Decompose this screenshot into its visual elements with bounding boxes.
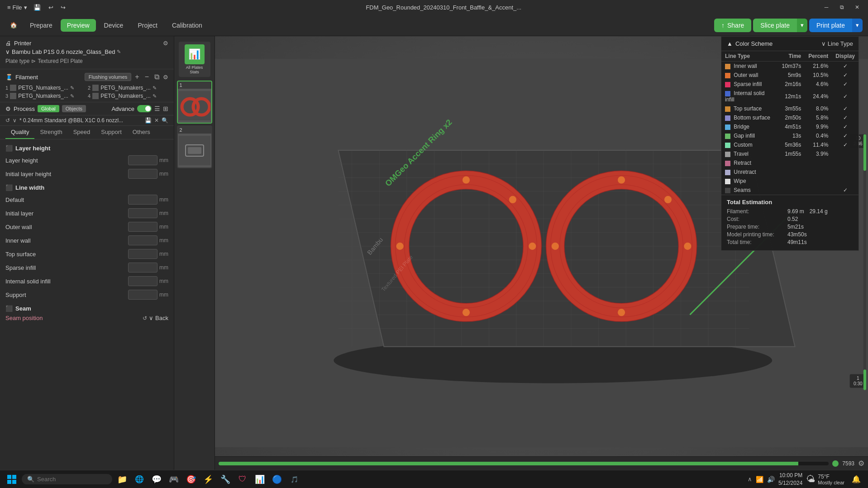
profile-search-icon[interactable]: 🔍 [162, 117, 168, 124]
filament-edit-1[interactable]: ✎ [70, 85, 74, 91]
color-check-9[interactable] [832, 149, 858, 158]
taskbar-icon-app4[interactable]: 🔧 [217, 471, 234, 488]
filament-item-3[interactable]: 3 PETG_Numakers_... ✎ [5, 93, 86, 99]
color-check-7[interactable]: ✓ [832, 131, 858, 140]
taskbar-icon-explorer[interactable]: 📁 [114, 471, 130, 488]
prepare-tab[interactable]: Prepare [24, 19, 59, 32]
layer-height-input[interactable]: 0.24 [128, 155, 157, 165]
maximize-button[interactable]: ⧉ [835, 1, 849, 14]
tray-volume[interactable]: 🔊 [767, 476, 775, 483]
filament-edit-2[interactable]: ✎ [153, 85, 157, 91]
tray-expand[interactable]: ∧ [748, 476, 752, 483]
top-surface-input[interactable]: 0.62 [128, 249, 157, 259]
slice-dropdown[interactable]: ▾ [797, 19, 807, 32]
tab-others[interactable]: Others [127, 126, 156, 139]
process-list-icon[interactable]: ☰ [154, 105, 160, 112]
minimize-button[interactable]: ─ [819, 1, 834, 14]
share-button[interactable]: ↑ Share [714, 19, 751, 32]
start-button[interactable] [4, 471, 20, 488]
all-plates-stats[interactable]: 📊 All Plates Stats [177, 40, 212, 79]
print-plate-button[interactable]: Print plate [809, 19, 852, 32]
filament-item-2[interactable]: 2 PETG_Numakers_... ✎ [88, 85, 168, 91]
tab-quality[interactable]: Quality [5, 126, 34, 139]
color-check-8[interactable]: ✓ [832, 140, 858, 149]
close-button[interactable]: ✕ [850, 1, 864, 14]
color-check-10[interactable] [832, 158, 858, 167]
color-check-2[interactable]: ✓ [832, 80, 858, 89]
filament-settings-icon[interactable]: ⚙ [163, 74, 168, 81]
color-check-5[interactable]: ✓ [832, 113, 858, 122]
printer-edit-icon[interactable]: ✎ [117, 49, 121, 55]
color-check-11[interactable] [832, 167, 858, 177]
color-scheme-collapse-icon[interactable]: ▲ [727, 40, 733, 47]
remove-filament-button[interactable]: − [143, 72, 151, 82]
layer-height-group-header[interactable]: ⬛ Layer height [0, 141, 174, 153]
search-input[interactable] [37, 476, 105, 483]
thumbnail-plate-2[interactable]: 2 [177, 125, 212, 168]
seam-reset-icon[interactable]: ↺ [143, 315, 147, 321]
inner-wall-input[interactable]: 0.62 [128, 235, 157, 245]
calibration-tab[interactable]: Calibration [166, 19, 209, 32]
taskbar-icon-chat[interactable]: 💬 [148, 471, 165, 488]
taskbar-icon-chrome[interactable]: 🌐 [131, 471, 148, 488]
outer-wall-input[interactable]: 0.62 [128, 222, 157, 232]
taskbar-icon-app1[interactable]: 🎮 [166, 471, 182, 488]
objects-badge[interactable]: Objects [62, 105, 86, 112]
tab-speed[interactable]: Speed [68, 126, 96, 139]
process-grid-icon[interactable]: ⊞ [163, 105, 168, 112]
support-input[interactable]: 0.62 [128, 290, 157, 300]
filament-item-4[interactable]: 4 PETG_Numakers_... ✎ [88, 93, 168, 99]
global-badge[interactable]: Global [38, 105, 59, 112]
taskbar-icon-app8[interactable]: 🎵 [286, 471, 302, 488]
line-type-selector[interactable]: ∨ Line Type [821, 40, 853, 47]
taskbar-icon-app2[interactable]: 🎯 [183, 471, 199, 488]
filament-copy-button[interactable]: ⧉ [153, 72, 161, 82]
weather-widget[interactable]: 🌤 75°F Mostly clear [806, 474, 844, 485]
add-filament-button[interactable]: + [133, 72, 141, 82]
line-width-group-header[interactable]: ⬛ Line width [0, 181, 174, 193]
taskbar-icon-app6[interactable]: 📊 [252, 471, 268, 488]
color-check-4[interactable]: ✓ [832, 104, 858, 113]
project-tab[interactable]: Project [131, 19, 164, 32]
filament-edit-3[interactable]: ✎ [70, 93, 74, 99]
taskbar-icon-app5[interactable]: 🛡 [234, 471, 251, 488]
taskbar-search[interactable]: 🔍 [22, 474, 112, 484]
tab-strength[interactable]: Strength [34, 126, 67, 139]
printer-settings-icon[interactable]: ⚙ [163, 40, 168, 47]
sparse-infill-input[interactable]: 0.62 [128, 263, 157, 273]
preview-tab[interactable]: Preview [61, 19, 96, 32]
color-check-1[interactable]: ✓ [832, 71, 858, 80]
progress-track[interactable] [219, 462, 829, 465]
undo-button[interactable]: ↩ [46, 3, 56, 12]
flushing-volumes-button[interactable]: Flushing volumes [85, 73, 132, 81]
taskbar-icon-app3[interactable]: ⚡ [200, 471, 216, 488]
slice-plate-button[interactable]: Slice plate [753, 19, 797, 32]
home-button[interactable]: 🏠 [5, 17, 22, 33]
internal-solid-infill-input[interactable]: 0.62 [128, 276, 157, 286]
taskbar-clock[interactable]: 10:00 PM 5/12/2024 [778, 472, 802, 487]
initial-layer-height-input[interactable]: 0.3 [128, 169, 157, 179]
viewport-settings-icon[interactable]: ⚙ [858, 459, 864, 468]
file-menu[interactable]: ≡ File ▾ [4, 2, 31, 13]
color-check-13[interactable]: ✓ [832, 186, 858, 195]
tray-wifi[interactable]: 📶 [756, 476, 763, 483]
print-dropdown[interactable]: ▾ [852, 19, 863, 32]
color-check-0[interactable]: ✓ [832, 62, 858, 71]
color-check-12[interactable] [832, 177, 858, 186]
device-tab[interactable]: Device [98, 19, 130, 32]
taskbar-icon-app7[interactable]: 🔵 [269, 471, 285, 488]
thumbnail-plate-1[interactable]: 1 [177, 81, 212, 124]
default-input[interactable]: 0.62 [128, 195, 157, 205]
profile-save-icon[interactable]: 💾 [145, 117, 152, 124]
tab-support[interactable]: Support [95, 126, 127, 139]
redo-button[interactable]: ↪ [58, 3, 68, 12]
color-check-3[interactable]: ✓ [832, 89, 858, 104]
filament-item-1[interactable]: 1 PETG_Numakers_... ✎ [5, 85, 86, 91]
seam-group-header[interactable]: ⬛ Seam [0, 301, 174, 313]
initial-layer-input[interactable]: 0.62 [128, 208, 157, 218]
profile-close-icon[interactable]: ✕ [154, 117, 159, 124]
advance-toggle[interactable] [137, 105, 152, 112]
save-button[interactable]: 💾 [31, 3, 44, 12]
filament-edit-4[interactable]: ✎ [153, 93, 157, 99]
color-check-6[interactable]: ✓ [832, 122, 858, 131]
